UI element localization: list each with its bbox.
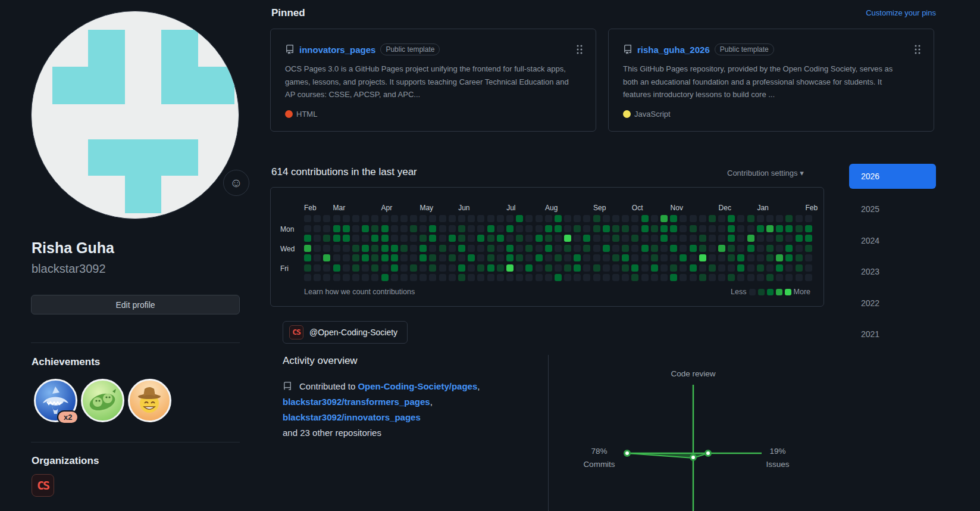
contribution-cell[interactable] <box>400 215 408 222</box>
contributed-repo-link[interactable]: Open-Coding-Society/pages <box>358 381 477 391</box>
contribution-cell[interactable] <box>660 264 668 272</box>
contribution-cell[interactable] <box>516 245 523 252</box>
contribution-cell[interactable] <box>612 264 619 272</box>
contribution-cell[interactable] <box>709 264 716 272</box>
contribution-cell[interactable] <box>506 254 514 261</box>
contribution-cell[interactable] <box>352 264 359 272</box>
contribution-cell[interactable] <box>458 274 465 281</box>
contribution-cell[interactable] <box>680 225 687 232</box>
contribution-cell[interactable] <box>429 215 436 222</box>
contribution-cell[interactable] <box>766 235 774 242</box>
contribution-cell[interactable] <box>612 215 619 222</box>
contribution-cell[interactable] <box>564 215 571 222</box>
contribution-cell[interactable] <box>641 274 649 281</box>
contribution-cell[interactable] <box>516 264 523 272</box>
contribution-cell[interactable] <box>641 264 649 272</box>
contribution-cell[interactable] <box>536 274 543 281</box>
contribution-cell[interactable] <box>593 274 600 281</box>
contribution-cell[interactable] <box>429 254 436 261</box>
contribution-cell[interactable] <box>699 215 706 222</box>
edit-profile-button[interactable]: Edit profile <box>31 295 240 314</box>
contribution-cell[interactable] <box>381 254 389 261</box>
contribution-cell[interactable] <box>699 235 706 242</box>
contribution-cell[interactable] <box>555 274 562 281</box>
contribution-cell[interactable] <box>506 274 514 281</box>
repo-link[interactable]: risha_guha_2026 <box>637 45 710 55</box>
contribution-cell[interactable] <box>593 215 600 222</box>
contribution-cell[interactable] <box>660 254 668 261</box>
contribution-cell[interactable] <box>468 235 475 242</box>
contribution-cell[interactable] <box>352 215 359 222</box>
contribution-cell[interactable] <box>737 225 744 232</box>
contribution-cell[interactable] <box>709 274 716 281</box>
contribution-cell[interactable] <box>516 215 523 222</box>
contribution-cell[interactable] <box>429 245 436 252</box>
contribution-cell[interactable] <box>516 254 523 261</box>
contribution-cell[interactable] <box>314 264 321 272</box>
contribution-cell[interactable] <box>362 215 369 222</box>
contribution-cell[interactable] <box>670 215 677 222</box>
contribution-cell[interactable] <box>362 235 369 242</box>
contribution-cell[interactable] <box>525 274 533 281</box>
contribution-cell[interactable] <box>477 264 484 272</box>
contribution-cell[interactable] <box>622 235 629 242</box>
contribution-cell[interactable] <box>660 235 668 242</box>
contribution-cell[interactable] <box>747 225 754 232</box>
contribution-cell[interactable] <box>429 225 436 232</box>
contribution-cell[interactable] <box>497 254 504 261</box>
contribution-cell[interactable] <box>449 245 456 252</box>
contribution-cell[interactable] <box>641 254 649 261</box>
contribution-cell[interactable] <box>670 245 677 252</box>
drag-grip-icon[interactable] <box>577 45 583 54</box>
contribution-cell[interactable] <box>497 225 504 232</box>
contribution-cell[interactable] <box>766 274 774 281</box>
contribution-cell[interactable] <box>352 274 359 281</box>
contribution-cell[interactable] <box>468 254 475 261</box>
contribution-cell[interactable] <box>660 245 668 252</box>
contribution-cell[interactable] <box>333 215 340 222</box>
contribution-cell[interactable] <box>805 225 812 232</box>
contribution-cell[interactable] <box>391 254 398 261</box>
contribution-cell[interactable] <box>371 215 378 222</box>
contribution-cell[interactable] <box>631 245 638 252</box>
contribution-cell[interactable] <box>641 215 649 222</box>
contribution-cell[interactable] <box>612 235 619 242</box>
contribution-cell[interactable] <box>641 225 649 232</box>
contribution-cell[interactable] <box>622 264 629 272</box>
contribution-cell[interactable] <box>449 254 456 261</box>
contribution-cell[interactable] <box>796 225 803 232</box>
contribution-cell[interactable] <box>776 245 783 252</box>
contribution-cell[interactable] <box>429 274 436 281</box>
contribution-cell[interactable] <box>718 225 725 232</box>
contribution-cell[interactable] <box>660 225 668 232</box>
contribution-cell[interactable] <box>487 264 494 272</box>
contribution-cell[interactable] <box>516 225 523 232</box>
contribution-cell[interactable] <box>718 254 725 261</box>
contribution-cell[interactable] <box>757 264 764 272</box>
contribution-cell[interactable] <box>323 264 330 272</box>
contribution-cell[interactable] <box>352 235 359 242</box>
contribution-cell[interactable] <box>477 225 484 232</box>
contribution-cell[interactable] <box>699 245 706 252</box>
contribution-cell[interactable] <box>555 245 562 252</box>
contribution-cell[interactable] <box>680 274 687 281</box>
contribution-cell[interactable] <box>757 235 764 242</box>
contribution-cell[interactable] <box>718 245 725 252</box>
contribution-cell[interactable] <box>805 264 812 272</box>
contribution-cell[interactable] <box>545 215 552 222</box>
contribution-cell[interactable] <box>805 254 812 261</box>
contribution-cell[interactable] <box>555 225 562 232</box>
contribution-cell[interactable] <box>651 264 658 272</box>
contribution-cell[interactable] <box>497 215 504 222</box>
contribution-cell[interactable] <box>766 225 774 232</box>
contribution-cell[interactable] <box>352 245 359 252</box>
contribution-cell[interactable] <box>583 274 590 281</box>
contribution-cell[interactable] <box>603 235 610 242</box>
contribution-cell[interactable] <box>525 235 533 242</box>
contribution-cell[interactable] <box>718 264 725 272</box>
contribution-cell[interactable] <box>583 215 590 222</box>
contribution-cell[interactable] <box>564 245 571 252</box>
contribution-cell[interactable] <box>757 254 764 261</box>
contribution-cell[interactable] <box>680 254 687 261</box>
contribution-cell[interactable] <box>525 264 533 272</box>
